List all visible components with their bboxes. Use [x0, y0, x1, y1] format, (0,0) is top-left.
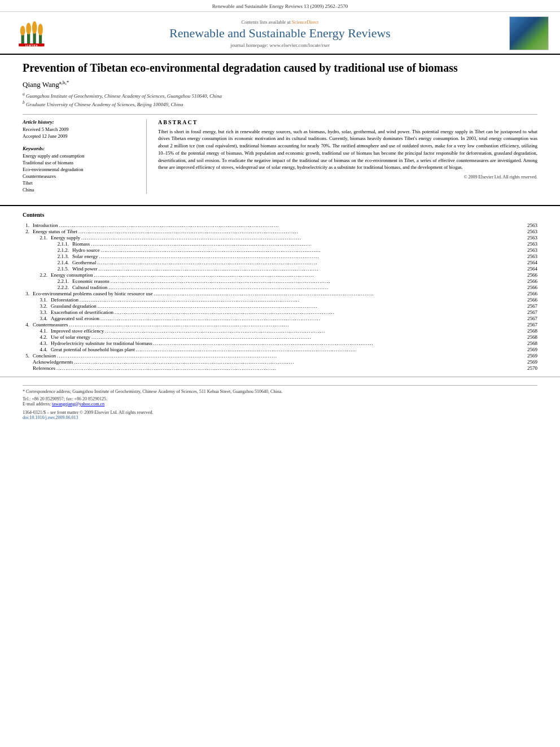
journal-ref-text: Renewable and Sustainable Energy Reviews…: [212, 3, 348, 9]
info-abstract-section: Article history: Received 5 March 2009 A…: [23, 119, 537, 194]
toc-title: Conclusion: [33, 353, 56, 359]
toc-page: 2566: [527, 285, 537, 290]
toc-item: 2.2.1. Economic reasons ................…: [23, 278, 537, 284]
toc-dots: ........................................…: [97, 266, 527, 272]
toc-title: Use of solar energy: [51, 334, 90, 340]
toc-item: 2.1. Energy supply .....................…: [23, 235, 537, 241]
toc-item: 2.1.1. Biomass .........................…: [23, 241, 537, 247]
correspondence-info: * Correspondence address; Guangzhou Inst…: [23, 389, 537, 394]
toc-item: 3.4. Aggravated soil erosion ...........…: [23, 316, 537, 321]
toc-dots: ........................................…: [96, 260, 527, 265]
toc-num: 4.: [23, 322, 33, 327]
toc-page: 2566: [527, 278, 537, 284]
toc-num: 3.: [23, 291, 33, 296]
toc-item: Acknowledgements .......................…: [23, 359, 537, 365]
doi-link[interactable]: doi:10.1016/j.rser.2009.06.013: [23, 415, 78, 420]
toc-item: 1. Introduction ........................…: [23, 222, 537, 228]
toc-text: Improved stove efficiency ..............…: [51, 328, 537, 334]
sciencedirect-link[interactable]: ScienceDirect: [292, 19, 319, 25]
toc-title: Great potential of household biogas plan…: [51, 347, 135, 352]
toc-dots: ........................................…: [73, 359, 527, 365]
journal-thumbnail: [509, 16, 549, 50]
toc-subsub-num: 2.2.1.: [51, 278, 72, 284]
svg-rect-1: [27, 33, 30, 44]
toc-num: 2.: [23, 229, 33, 234]
sciencedirect-note: Contents lists available at ScienceDirec…: [51, 19, 509, 25]
author-name: Qiang Wang: [23, 80, 59, 89]
toc-title: Biomass: [72, 241, 90, 247]
toc-sub-num: 3.4.: [33, 316, 51, 321]
toc-page: 2564: [527, 266, 537, 272]
authors-line: Qiang Wanga,b,*: [23, 80, 537, 89]
keyword-5: Tibet: [23, 180, 138, 186]
toc-dots: ........................................…: [90, 241, 527, 247]
toc-dots: ........................................…: [98, 254, 527, 259]
toc-dots: ........................................…: [90, 334, 527, 340]
toc-num: 1.: [23, 222, 33, 228]
toc-page: 2569: [527, 359, 537, 365]
toc-page: 2566: [527, 297, 537, 303]
toc-text: Use of solar energy ....................…: [51, 334, 537, 340]
toc-title: Energy status of Tibet: [33, 229, 77, 234]
toc-title: Energy supply: [51, 235, 80, 241]
toc-sub-num: 4.4.: [33, 347, 51, 352]
toc-text: Economic reasons .......................…: [72, 278, 537, 284]
toc-text: Aggravated soil erosion ................…: [51, 316, 537, 321]
toc-title: Cultural tradition: [72, 285, 107, 290]
toc-title: Geothermal: [72, 260, 96, 265]
keyword-4: Countermeasures: [23, 173, 138, 179]
toc-dots: ........................................…: [93, 272, 527, 278]
toc-title: Exacerbation of desertification: [51, 309, 113, 315]
toc-item: 3.1. Deforestation .....................…: [23, 297, 537, 303]
toc-page: 2568: [527, 340, 537, 346]
toc-title: References: [33, 365, 55, 371]
doi-text: doi:10.1016/j.rser.2009.06.013: [23, 415, 537, 420]
keyword-1: Energy supply and consumption: [23, 153, 138, 159]
keyword-6: China: [23, 187, 138, 193]
toc-item: 3.2. Grassland degradation .............…: [23, 303, 537, 309]
toc-title: Introduction: [33, 222, 58, 228]
toc-item: 2.1.3. Solar energy ....................…: [23, 254, 537, 259]
toc-text: Eco-environmental problems caused by bio…: [33, 291, 537, 296]
keyword-2: Traditional use of biomass: [23, 160, 138, 165]
toc-page: 2563: [527, 241, 537, 247]
toc-page: 2570: [527, 365, 537, 371]
toc-text: Cultural tradition .....................…: [72, 285, 537, 290]
toc-sub-num: 4.3.: [33, 340, 51, 346]
toc-text: References .............................…: [33, 365, 537, 371]
toc-text: Deforestation ..........................…: [51, 297, 537, 303]
toc-dots: ........................................…: [58, 222, 528, 228]
toc-title: Wind power: [72, 266, 97, 272]
toc-text: Solar energy ...........................…: [72, 254, 537, 259]
toc-title: Economic reasons: [72, 278, 110, 284]
toc-text: Energy status of Tibet .................…: [33, 229, 537, 234]
accepted-date: Accepted 12 June 2009: [23, 133, 138, 139]
toc-item: 3. Eco-environmental problems caused by …: [23, 291, 537, 296]
toc-text: Acknowledgements .......................…: [33, 359, 537, 365]
toc-sub-num: 4.1.: [33, 328, 51, 334]
toc-item: 2. Energy status of Tibet ..............…: [23, 229, 537, 234]
toc-title: Eco-environmental problems caused by bio…: [33, 291, 152, 296]
toc-sub-num: 3.3.: [33, 309, 51, 315]
svg-rect-2: [33, 33, 36, 45]
toc-text: Energy supply ..........................…: [51, 235, 537, 241]
toc-page: 2567: [527, 309, 537, 315]
toc-dots: ........................................…: [97, 303, 527, 309]
toc-subsub-num: 2.1.1.: [51, 241, 72, 247]
toc-page: 2563: [527, 235, 537, 241]
toc-title: Deforestation: [51, 297, 78, 303]
abstract-label: ABSTRACT: [158, 119, 537, 125]
toc-subsub-num: 2.1.3.: [51, 254, 72, 259]
svg-point-5: [26, 23, 31, 34]
svg-point-4: [20, 25, 25, 35]
toc-dots: ........................................…: [104, 328, 527, 334]
toc-item: 4.1. Improved stove efficiency .........…: [23, 328, 537, 334]
toc-page: 2563: [527, 247, 537, 253]
email-link[interactable]: tawangqiang@yahoo.com.cn: [52, 401, 104, 407]
article-title: Prevention of Tibetan eco-environmental …: [23, 60, 537, 75]
keywords-list: Energy supply and consumption Traditiona…: [23, 153, 138, 193]
toc-page: 2563: [527, 254, 537, 259]
correspondence-text: Correspondence address; Guangzhou Instit…: [26, 389, 282, 394]
toc-dots: ........................................…: [152, 340, 527, 346]
elsevier-logo: ELSEVIER: [11, 20, 51, 47]
